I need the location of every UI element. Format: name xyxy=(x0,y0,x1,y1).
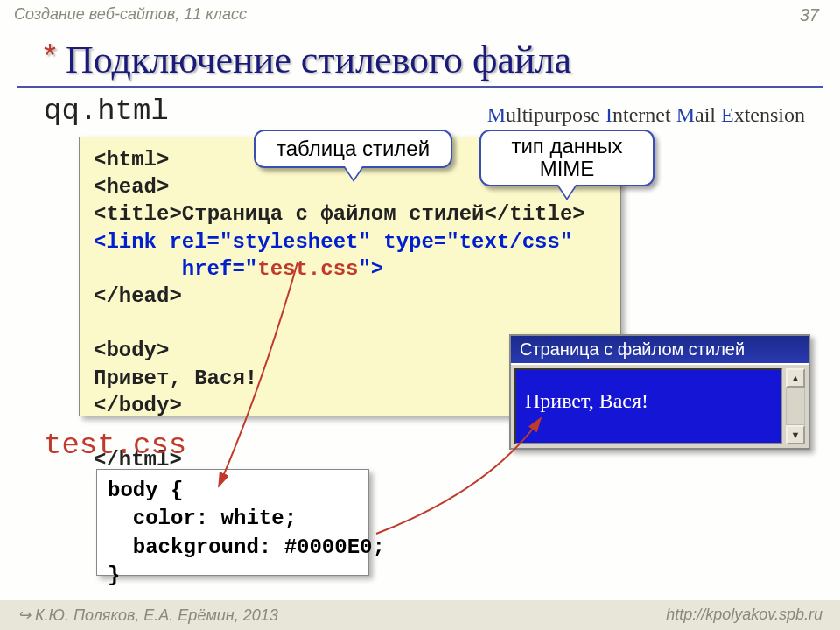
scroll-track[interactable] xyxy=(786,388,805,425)
preview-titlebar: Страница с файлом стилей xyxy=(511,336,808,363)
slide-title: * Подключение стилевого файла xyxy=(18,24,822,88)
css-code-block: body { color: white; background: #0000E0… xyxy=(96,469,369,576)
callout-tail-icon xyxy=(343,166,364,182)
slide: Создание веб-сайтов, 11 класс 37 * Подкл… xyxy=(0,0,840,630)
callout-mime: тип данных MIME xyxy=(480,130,654,186)
footer-authors: ↪ К.Ю. Поляков, Е.А. Ерёмин, 2013 xyxy=(18,606,278,625)
footer-url: http://kpolyakov.spb.ru xyxy=(666,606,822,625)
page-number: 37 xyxy=(800,5,819,25)
filename-css: test.css xyxy=(44,429,186,462)
bullet-star-icon: * xyxy=(44,38,56,74)
browser-preview: Страница с файлом стилей Привет, Вася! ▲… xyxy=(509,334,810,450)
preview-body: Привет, Вася! xyxy=(514,368,782,444)
callout-tail-icon xyxy=(556,185,578,200)
mime-expansion: Multipurpose Internet Mail Extension xyxy=(487,103,805,127)
scroll-up-icon[interactable]: ▲ xyxy=(786,368,805,388)
scroll-down-icon[interactable]: ▼ xyxy=(786,425,805,444)
callout-stylesheet: таблица стилей xyxy=(254,130,452,168)
footer: ↪ К.Ю. Поляков, Е.А. Ерёмин, 2013 http:/… xyxy=(0,600,840,630)
scrollbar[interactable]: ▲ ▼ xyxy=(786,368,805,444)
header-text: Создание веб-сайтов, 11 класс xyxy=(0,0,840,24)
title-text: Подключение стилевого файла xyxy=(66,38,571,81)
